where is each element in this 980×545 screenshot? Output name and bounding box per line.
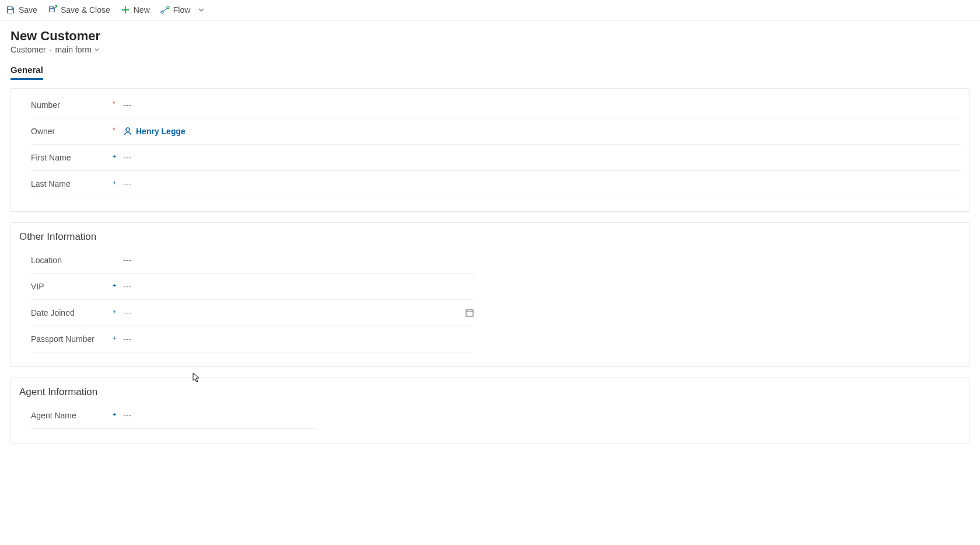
form-name: main form [55,45,92,54]
new-label: New [134,5,150,15]
section-agent-information: Agent Information Agent Name + --- [10,378,970,443]
command-bar: Save Save & Close New Flow [0,0,980,20]
field-vip-label: VIP [31,282,113,291]
field-last-name[interactable]: Last Name + --- [31,171,961,197]
svg-point-0 [161,11,163,13]
field-owner-value: Henry Legge [123,125,944,137]
field-date-joined-label: Date Joined [31,308,113,317]
field-owner[interactable]: Owner * Henry Legge [31,118,961,145]
separator-dot: · [50,45,52,54]
save-button[interactable]: Save [6,5,37,15]
field-passport-number[interactable]: Passport Number + --- [31,326,474,352]
field-last-name-value: --- [123,178,944,190]
field-first-name[interactable]: First Name + --- [31,145,961,171]
section-other-information: Other Information Location --- VIP + ---… [10,222,970,367]
owner-name: Henry Legge [136,127,186,136]
field-number[interactable]: Number * --- [31,92,961,118]
person-icon [123,127,132,136]
recommended-mark: + [113,179,123,186]
field-agent-name-label: Agent Name [31,411,113,420]
flow-label: Flow [173,5,191,15]
field-date-joined-value: --- [123,307,458,319]
field-location-value: --- [123,254,458,266]
recommended-mark: + [113,308,123,315]
required-mark: * [113,100,123,108]
date-picker-button[interactable] [458,308,474,317]
content-area: Number * --- Owner * Henry Legge First N… [0,88,980,443]
chevron-down-icon [197,6,205,14]
section-agent-title: Agent Information [11,378,969,403]
field-location[interactable]: Location --- [31,247,474,274]
entity-name: Customer [10,45,46,54]
flow-icon [160,5,170,15]
required-mark: * [113,126,123,134]
tab-general[interactable]: General [10,65,43,80]
save-label: Save [19,5,37,15]
section-primary: Number * --- Owner * Henry Legge First N… [10,88,970,212]
field-vip-value: --- [123,281,458,292]
field-agent-name[interactable]: Agent Name + --- [31,403,317,429]
save-close-label: Save & Close [61,5,110,15]
chevron-down-icon [94,47,100,53]
plus-icon [121,5,130,15]
svg-rect-3 [466,310,473,316]
new-button[interactable]: New [121,5,150,15]
recommended-mark: + [113,153,123,160]
field-vip[interactable]: VIP + --- [31,274,474,300]
svg-point-2 [126,128,130,131]
svg-point-1 [167,6,169,9]
tab-bar: General [10,65,970,80]
page-title: New Customer [10,29,970,44]
field-first-name-value: --- [123,152,944,163]
calendar-icon [465,308,474,317]
field-date-joined[interactable]: Date Joined + --- [31,300,474,326]
flow-button[interactable]: Flow [160,5,206,15]
field-number-value: --- [123,99,944,111]
field-location-label: Location [31,256,113,265]
field-passport-label: Passport Number [31,334,113,344]
field-last-name-label: Last Name [31,179,113,188]
save-close-icon [48,5,57,15]
field-number-label: Number [31,100,113,110]
field-first-name-label: First Name [31,153,113,162]
form-header: New Customer Customer · main form Genera… [0,20,980,81]
save-icon [6,5,15,15]
recommended-mark: + [113,411,123,418]
form-selector[interactable]: main form [55,45,100,54]
field-owner-label: Owner [31,127,113,136]
field-agent-name-value: --- [123,410,300,421]
recommended-mark: + [113,334,123,341]
owner-lookup-chip[interactable]: Henry Legge [123,127,186,136]
form-subtitle: Customer · main form [10,45,970,54]
field-passport-value: --- [123,333,458,345]
section-other-title: Other Information [11,223,969,247]
save-close-button[interactable]: Save & Close [48,5,110,15]
recommended-mark: + [113,282,123,289]
